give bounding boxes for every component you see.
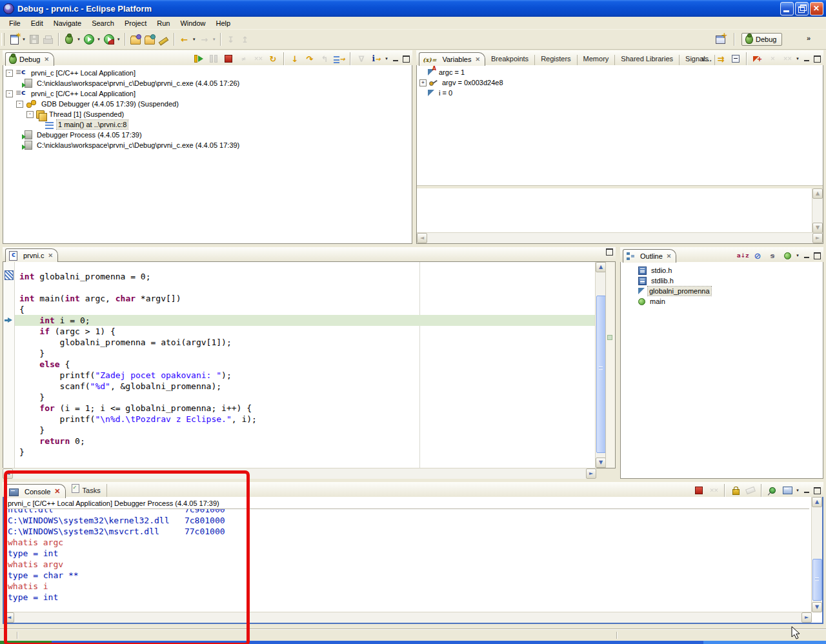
menu-navigate[interactable]: Navigate (48, 18, 86, 28)
code-line[interactable]: for (i = 1; i <= globalni_promenna; i++)… (19, 403, 595, 414)
code-line[interactable]: } (19, 392, 595, 403)
code-line[interactable] (19, 282, 595, 293)
code-line[interactable]: return 0; (19, 436, 595, 447)
scroll-up-icon[interactable]: ▲ (812, 497, 822, 507)
hide-fields-button[interactable]: ⊘ (750, 248, 765, 263)
close-tab-icon[interactable]: ✕ (44, 56, 49, 63)
save-button[interactable] (27, 32, 41, 47)
tree-row[interactable]: C:\nicklaus\workspace\prvni_c\Debug\prvn… (3, 140, 412, 150)
close-tab-icon[interactable]: ✕ (475, 56, 480, 63)
scroll-up-icon[interactable]: ▲ (596, 262, 606, 272)
last-edit-button[interactable]: ↧ (224, 32, 238, 47)
scroll-down-icon[interactable]: ▼ (596, 458, 606, 468)
terminate-button[interactable] (221, 51, 236, 66)
close-tab-icon[interactable]: ✕ (667, 253, 672, 259)
menu-help[interactable]: Help (211, 18, 236, 28)
code-line[interactable]: { (19, 304, 595, 315)
scroll-left-icon[interactable]: ◄ (4, 612, 14, 623)
tree-expander-icon[interactable]: - (26, 111, 34, 118)
sort-button[interactable]: a↓z (736, 248, 750, 263)
variables-detail-pane[interactable]: ▲ ▼ (417, 188, 823, 233)
tree-row[interactable]: +argv = 0x003d24e8 (417, 77, 823, 88)
scroll-down-icon[interactable]: ▼ (812, 602, 822, 612)
tab-debug[interactable]: Debug ✕ (5, 52, 54, 66)
menu-window[interactable]: Window (175, 18, 210, 28)
tab-tasks[interactable]: Tasks (66, 484, 107, 497)
code-line[interactable]: printf("\n%d.\tPozdrav z Eclipse.", i); (19, 414, 595, 425)
code-line[interactable]: } (19, 348, 595, 359)
tree-row[interactable]: globalni_promenna (621, 286, 823, 296)
maximize-view-icon[interactable] (813, 55, 821, 63)
step-over-button[interactable]: ↷ (303, 51, 317, 66)
remove-global-variable-button[interactable]: ✕ (765, 51, 780, 66)
editor-content[interactable]: int globalni_promenna = 0;int main(int a… (3, 261, 616, 468)
tab-variables[interactable]: Variables ✕ (419, 52, 485, 66)
tree-row[interactable]: stdio.h (621, 265, 823, 276)
view-menu-icon[interactable]: ▼ (796, 57, 800, 61)
view-menu-icon[interactable]: ▼ (385, 57, 388, 61)
tab-outline[interactable]: Outline ✕ (623, 249, 676, 263)
remove-launches-button[interactable]: ✕✕ (707, 483, 721, 498)
tree-expander-icon[interactable]: - (16, 101, 23, 108)
view-menu-icon[interactable]: ▼ (796, 488, 800, 492)
forward-button[interactable]: → (197, 32, 212, 47)
new-wizard-button[interactable] (7, 32, 21, 47)
tree-row[interactable]: 1 main() at ..\prvni.c:8 (3, 119, 412, 130)
external-tools-dropdown-icon[interactable]: ▼ (117, 37, 121, 41)
detail-vscrollbar[interactable]: ▲ ▼ (812, 188, 823, 233)
tree-row[interactable]: -Thread [1] (Suspended) (3, 109, 412, 119)
code-line[interactable]: int main(int argc, char *argv[]) (19, 293, 595, 304)
pin-console-button[interactable] (765, 483, 780, 498)
clear-console-button[interactable] (743, 483, 758, 498)
instruction-step-button[interactable]: → (332, 51, 347, 66)
back-button[interactable]: ← (177, 32, 192, 47)
console-hscrollbar[interactable]: ◄ ► (4, 612, 812, 623)
close-tab-icon[interactable]: ✕ (48, 252, 53, 259)
go-to-line-button[interactable]: ↥ (238, 32, 252, 47)
run-dropdown-icon[interactable]: ▼ (97, 37, 101, 41)
tree-expander-icon[interactable]: - (6, 70, 13, 77)
run-button[interactable] (82, 32, 96, 47)
code-line[interactable]: } (19, 447, 595, 458)
open-perspective-button[interactable] (713, 32, 727, 47)
scroll-right-icon[interactable]: ► (812, 233, 823, 243)
close-icon[interactable] (810, 2, 823, 15)
highlighter-button[interactable] (157, 32, 171, 47)
overview-ruler[interactable] (605, 262, 615, 468)
minimize-view-icon[interactable] (392, 55, 400, 63)
menu-run[interactable]: Run (152, 18, 175, 28)
tab-registers[interactable]: Registers (535, 55, 577, 65)
scroll-lock-button[interactable] (729, 483, 743, 498)
remove-all-global-variables-button[interactable]: ✕✕ (780, 51, 794, 66)
scroll-left-icon[interactable]: ◄ (417, 233, 427, 243)
minimize-icon[interactable] (780, 2, 794, 15)
minimize-view-icon[interactable] (803, 55, 811, 63)
menu-project[interactable]: Project (119, 18, 152, 28)
step-filters-button[interactable]: ∇ (354, 51, 368, 66)
tree-row[interactable]: stdlib.h (621, 276, 823, 286)
scroll-up-icon[interactable]: ▲ (812, 188, 823, 199)
tree-row[interactable]: C:\nicklaus\workspace\prvni_c\Debug\prvn… (3, 78, 412, 88)
tree-row[interactable]: i = 0 (417, 88, 823, 98)
external-tools-button[interactable] (102, 32, 116, 47)
variables-hscrollbar[interactable]: ◄ ► (417, 232, 823, 243)
code-line[interactable]: int i = 0; (15, 315, 595, 326)
menu-search[interactable]: Search (86, 18, 119, 28)
restore-icon[interactable] (795, 2, 809, 15)
maximize-view-icon[interactable] (402, 55, 410, 63)
tab-prvni-c[interactable]: prvni.c ✕ (5, 248, 58, 262)
scroll-right-icon[interactable]: ► (801, 612, 812, 623)
suspend-button[interactable] (206, 51, 221, 66)
console-vscrollbar[interactable]: ▲ ▼ (811, 497, 822, 612)
hide-static-button[interactable]: s (765, 248, 780, 263)
scrollbar-thumb[interactable] (596, 296, 606, 453)
tree-expander-icon[interactable]: + (419, 79, 427, 86)
resume-button[interactable] (192, 51, 206, 66)
tab-console[interactable]: Console ✕ (5, 484, 66, 498)
menu-edit[interactable]: Edit (26, 18, 48, 28)
start-button-edge[interactable] (0, 641, 52, 644)
editor-hscrollbar[interactable]: ◄ ► (3, 468, 596, 479)
console-output[interactable]: ntdll.dll 7c901000C:\WINDOWS\system32\ke… (5, 509, 809, 611)
console-panel[interactable]: prvni_c [C/C++ Local Application] Debugg… (3, 497, 823, 624)
editor-vscrollbar[interactable]: ▲ ▼ (595, 262, 606, 468)
